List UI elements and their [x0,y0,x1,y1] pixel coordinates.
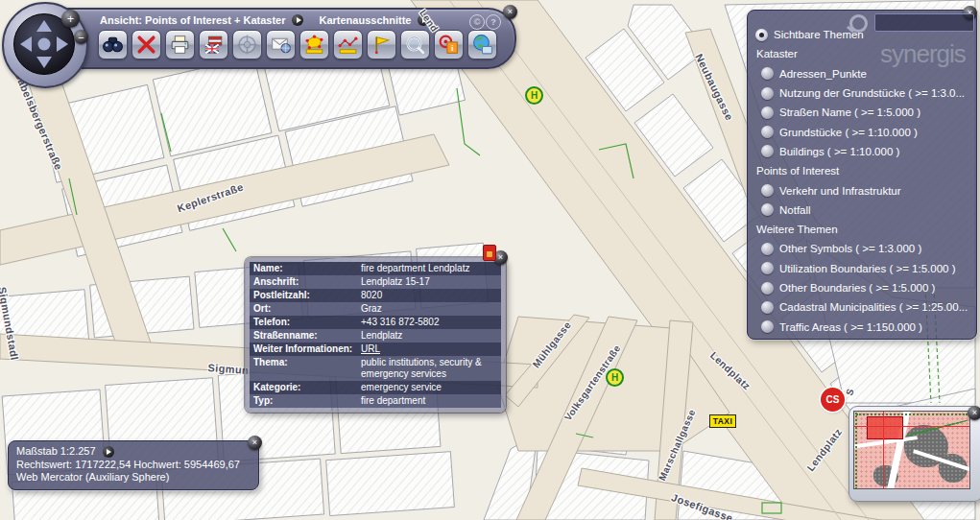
layer-item[interactable]: Cadastral Municipalities ( >= 1:25.00... [755,297,972,317]
extent-rectangle[interactable] [867,416,903,439]
zoom-in-button[interactable]: + [61,10,80,28]
popup-row: Anschrift:Lendplatz 15-17 [250,275,501,289]
measure-distance-button[interactable] [333,30,363,59]
flags-icon [202,33,226,57]
yellow-flag-icon [370,33,394,57]
view-menu[interactable]: Ansicht: Points of Interest + Kataster [100,14,285,26]
printer-icon [168,33,192,57]
find-button[interactable] [98,30,128,59]
identify-popup: Name:fire department Lendplatz Anschrift… [245,257,506,413]
status-close-button[interactable]: × [248,436,262,450]
identify-button[interactable]: i [434,30,464,59]
toolbar-collapse-button[interactable]: × [503,5,517,19]
layer-bullet-icon[interactable] [761,145,774,157]
pan-east-arrow-icon[interactable] [57,36,68,52]
layer-item[interactable]: Other Boundaries ( >= 1:5.000 ) [755,278,972,297]
binoculars-icon [101,33,125,57]
popup-row: Name:fire department Lendplatz [250,262,501,275]
layer-bullet-icon[interactable] [761,243,774,255]
taxi-stand-icon: TAXI [709,414,736,428]
language-button[interactable] [199,30,228,59]
popup-row: Postleitzahl:8020 [250,289,501,302]
zoom-out-button[interactable]: − [74,30,88,44]
target-info-icon: i [437,33,461,57]
envelope-globe-icon [269,33,293,57]
layer-list: Sichtbare Themen Kataster Adressen_Punkt… [748,11,976,337]
compass-crosshair-icon [235,33,259,57]
popup-row: Ort:Graz [250,302,501,316]
layer-item[interactable]: Traffic Areas ( >= 1:150.000 ) [755,317,972,336]
send-map-button[interactable] [266,30,296,59]
view-menu-arrow-icon[interactable] [292,14,303,26]
help-button[interactable]: ? [486,14,501,30]
popup-row-url: Weiter Informationen:URL [250,343,501,356]
layer-item[interactable]: Straßen Name ( >= 1:5.000 ) [755,103,972,122]
layer-bullet-icon[interactable] [761,203,774,216]
pan-compass[interactable]: + − [0,0,92,92]
layer-item[interactable]: Grundstücke ( >= 1:10.000 ) [755,122,972,141]
layer-item[interactable]: Notfall [755,201,972,220]
toolbar-buttons: i [98,30,497,59]
popup-row: Telefon:+43 316 872-5802 [250,316,501,329]
status-box: Maßstab 1:2.257 Rechtswert: 1717222,54 H… [8,440,259,490]
layer-group-weitere-themen: Weitere Themen [755,220,972,239]
overview-window-button[interactable] [467,30,497,59]
cs-sign-icon: CS [821,388,845,412]
layer-item[interactable]: Utilization Boundaries ( >= 1:5.000 ) [755,259,972,278]
layer-group-points-of-interest: Points of Interest [755,161,972,180]
bus-stop-icon: H [606,368,624,387]
bus-stop-icon: H [525,86,543,105]
layer-item[interactable]: Adressen_Punkte [755,64,972,83]
popup-row: Typ:fire department [250,394,501,408]
layer-item[interactable]: Buildings ( >= 1:10.000 ) [755,142,972,161]
locate-button[interactable] [232,30,262,59]
layer-bullet-icon[interactable] [761,106,774,119]
main-toolbar: Ansicht: Points of Interest + Kataster K… [54,8,516,69]
map-extents-menu[interactable]: Kartenausschnitte [319,14,411,26]
overview-map[interactable]: × [849,406,980,502]
layer-bullet-icon[interactable] [761,67,774,80]
layer-bullet-icon[interactable] [761,126,774,138]
radio-checked-icon[interactable] [755,29,768,41]
layer-item[interactable]: Other Symbols ( >= 1:3.000 ) [755,239,972,258]
layer-bullet-icon[interactable] [761,184,774,197]
layer-bullet-icon[interactable] [761,301,774,314]
pan-center-icon[interactable] [38,38,51,51]
scale-menu-arrow-icon[interactable] [103,446,114,458]
print-button[interactable] [165,30,195,59]
scale-value: Maßstab 1:2.257 [16,445,96,457]
delete-graphics-button[interactable] [131,30,161,59]
extent-crosshair-v [883,412,884,488]
overview-map-image [853,411,970,489]
layer-item[interactable]: Nutzung der Grundstücke ( >= 1:3.0... [755,83,972,103]
polygon-ruler-icon [302,33,326,57]
projection-label: Web Mercator (Auxiliary Sphere) [16,471,251,485]
measure-area-button[interactable] [299,30,329,59]
fire-department-marker[interactable] [483,245,496,261]
layer-group-kataster: Kataster [755,44,972,63]
goto-marker-button[interactable] [367,30,396,59]
pan-south-arrow-icon[interactable] [36,57,52,68]
overview-close-button[interactable]: × [968,406,980,420]
magnifier-button[interactable] [400,30,430,59]
copyright-button[interactable]: © [469,14,485,30]
red-x-icon [134,33,158,57]
lens-icon [403,33,427,57]
layer-bullet-icon[interactable] [761,320,774,333]
popup-row: Kategorie:emergency service [250,381,501,394]
url-link[interactable]: URL [361,343,497,355]
toolbar-menu: Ansicht: Points of Interest + Kataster K… [100,14,429,26]
layer-bullet-icon[interactable] [761,262,774,274]
visible-themes-radio-row[interactable]: Sichtbare Themen [755,25,972,44]
layer-bullet-icon[interactable] [761,87,774,100]
pan-west-arrow-icon[interactable] [20,36,32,52]
popup-row: Thema:public institutions, security & em… [250,356,501,381]
pan-north-arrow-icon[interactable] [36,20,52,32]
gis-app-window: Gabelsbergerstraße Keplerstraße Sigmunds… [0,0,980,520]
layer-bullet-icon[interactable] [761,282,774,295]
line-ruler-icon [336,33,360,57]
layer-item[interactable]: Verkehr und Infrastruktur [755,180,972,200]
popup-row: Straßenname:Lendplatz [250,329,501,343]
globe-window-icon [470,33,494,57]
layer-panel: synergis × Sichtbare Themen Kataster Adr… [747,10,977,340]
